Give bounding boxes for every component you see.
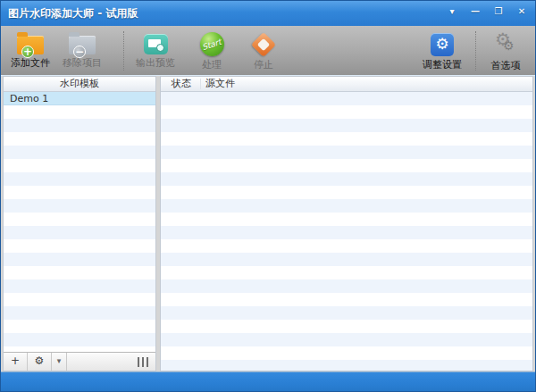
- process-label: 处理: [202, 58, 222, 71]
- gear-icon: ⚙: [503, 38, 515, 53]
- template-settings-button[interactable]: ⚙: [28, 353, 52, 371]
- minimize-icon[interactable]: —: [467, 4, 483, 19]
- column-header-status[interactable]: 状态: [172, 77, 191, 91]
- adjust-settings-icon: ⚙: [431, 33, 454, 56]
- file-list-header: 状态 源文件: [161, 77, 532, 92]
- output-preview-button[interactable]: 输出预览: [130, 29, 181, 72]
- watermark-template-panel: 水印模板 Demo 1 + ⚙ ▾: [3, 76, 156, 371]
- stop-icon: [251, 32, 276, 57]
- add-files-button[interactable]: + 添加文件: [6, 29, 54, 72]
- status-bar: [1, 371, 535, 391]
- window-controls: ▾ — ❐ ✕: [444, 4, 530, 19]
- main-area: 水印模板 Demo 1 + ⚙ ▾ 状态 源文件: [1, 76, 535, 371]
- plus-badge-icon: +: [21, 46, 34, 58]
- template-dropdown-button[interactable]: ▾: [52, 353, 67, 371]
- resize-grip-icon[interactable]: [138, 357, 148, 367]
- remove-items-icon: −: [69, 36, 96, 54]
- title-bar: 图片水印添加大师 - 试用版 ▾ — ❐ ✕: [1, 1, 535, 26]
- output-preview-label: 输出预览: [136, 56, 175, 70]
- stop-label: 停止: [254, 58, 273, 71]
- output-preview-icon: [144, 34, 168, 54]
- watermark-template-header[interactable]: 水印模板: [4, 77, 155, 92]
- minus-badge-icon: −: [73, 46, 86, 58]
- window-menu-icon[interactable]: ▾: [444, 4, 460, 19]
- preferences-button[interactable]: ⚙ ⚙ 首选项: [480, 29, 532, 72]
- toolbar-separator: [475, 31, 476, 71]
- template-footer-toolbar: + ⚙ ▾: [4, 352, 155, 371]
- adjust-settings-button[interactable]: ⚙ 调整设置: [414, 29, 471, 72]
- start-icon-text: Start: [201, 37, 222, 51]
- list-item[interactable]: Demo 1: [4, 92, 155, 105]
- app-window: 图片水印添加大师 - 试用版 ▾ — ❐ ✕ + 添加文件 − 移除项目 输出预…: [0, 0, 536, 392]
- window-title: 图片水印添加大师 - 试用版: [8, 1, 138, 26]
- close-icon[interactable]: ✕: [514, 4, 530, 19]
- add-template-button[interactable]: +: [4, 353, 28, 371]
- preferences-label: 首选项: [491, 59, 521, 72]
- stop-button[interactable]: 停止: [242, 29, 285, 72]
- main-toolbar: + 添加文件 − 移除项目 输出预览 Start 处理 停止 ⚙: [1, 26, 535, 76]
- column-separator[interactable]: [200, 79, 201, 89]
- process-button[interactable]: Start 处理: [188, 29, 235, 72]
- file-list-panel: 状态 源文件: [160, 76, 533, 371]
- remove-items-button[interactable]: − 移除项目: [58, 29, 106, 72]
- add-files-icon: +: [17, 36, 44, 54]
- watermark-template-list: Demo 1: [4, 92, 155, 352]
- file-list-body: [161, 92, 532, 371]
- toolbar-separator: [123, 31, 124, 71]
- add-files-label: 添加文件: [11, 56, 50, 70]
- maximize-icon[interactable]: ❐: [490, 4, 507, 19]
- column-header-source-file[interactable]: 源文件: [205, 77, 235, 91]
- remove-items-label: 移除项目: [63, 56, 102, 70]
- preferences-icon: ⚙ ⚙: [492, 31, 519, 57]
- adjust-settings-label: 调整设置: [423, 58, 462, 71]
- process-start-icon: Start: [200, 32, 224, 56]
